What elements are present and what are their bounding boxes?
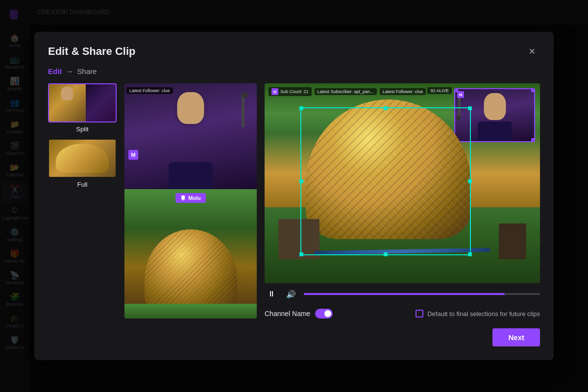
modal-header: Edit & Share Clip × [48,44,540,59]
svg-rect-5 [184,199,185,200]
channel-name-label: Channel Name [265,310,310,318]
default-selections-checkbox[interactable] [416,310,423,318]
full-thumbnail [48,139,117,178]
clip-option-full[interactable]: Full [48,139,117,188]
alive-count: 92 ALIVE [430,88,449,93]
hud-m-badge: M Sub Count: 21 [269,87,312,96]
game-scene-content: Molu [124,189,257,318]
close-button[interactable]: × [524,44,540,59]
play-pause-button[interactable]: ⏸ [265,287,278,301]
left-video-content: M Latest Follower: clue Molu [124,83,257,318]
progress-bar[interactable] [304,293,540,295]
breadcrumb-edit[interactable]: Edit [48,67,62,75]
game-scene-left: Molu [124,189,257,318]
next-button[interactable]: Next [492,328,540,346]
thumb-split-right [86,84,116,122]
streamer-name: Molu [188,195,201,201]
modal-footer: Next [48,326,540,346]
streamer-silhouette: M Latest Follower: clue [124,83,257,189]
main-video: M Sub Count: 21 Latest Subscriber: apt_p… [265,83,540,283]
toggle-knob [324,310,331,317]
modal-title: Edit & Share Clip [48,45,135,58]
hud-latest-follower: Latest Follower: clue [380,88,426,95]
breadcrumb-share: Share [77,67,97,75]
breadcrumb: Edit → Share [48,67,540,75]
right-video-container: M Sub Count: 21 Latest Subscriber: apt_p… [265,83,540,318]
hud-latest-sub: Latest Subscriber: apt_pan... [315,88,377,95]
thumb-full-content [49,140,116,177]
split-thumbnail [48,83,117,122]
video-controls: ⏸ 🔊 [265,287,540,301]
streamer-cam: M Latest Follower: clue [124,83,257,189]
left-video-preview: M Latest Follower: clue Molu [124,83,257,318]
channel-name-section: Channel Name [265,309,333,318]
svg-rect-3 [181,196,185,199]
channel-name-toggle[interactable] [315,309,333,318]
edit-share-clip-modal: Edit & Share Clip × Edit → Share [34,32,554,360]
main-video-content: M Sub Count: 21 Latest Subscriber: apt_p… [265,83,540,283]
thumb-split-left [49,84,86,122]
twitch-badge: Molu [175,193,206,203]
follower-badge: Latest Follower: clue [126,87,173,94]
bottom-bar: Channel Name Default to final selections… [265,305,540,318]
clip-option-split[interactable]: Split [48,83,117,133]
svg-rect-4 [182,199,183,200]
default-selections-label: Default to final selections for future c… [427,310,540,318]
modal-overlay: Edit & Share Clip × Edit → Share [0,0,588,392]
breadcrumb-arrow: → [66,67,73,75]
clip-options-panel: Split Full [48,83,117,318]
modal-body: Split Full [48,83,540,318]
hud-top: M Sub Count: 21 Latest Subscriber: apt_p… [269,87,426,96]
hud-sub-count: Sub Count: 21 [280,89,309,94]
volume-button[interactable]: 🔊 [284,287,298,301]
progress-fill [304,293,505,295]
default-selections-section: Default to final selections for future c… [416,310,540,318]
split-label: Split [76,125,88,133]
hud-alive: 92 ALIVE [427,87,452,94]
full-label: Full [77,181,88,188]
